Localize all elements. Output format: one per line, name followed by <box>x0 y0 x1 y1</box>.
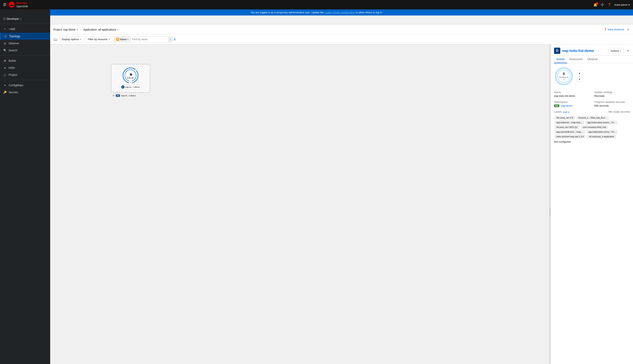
label-chip-8[interactable]: helm.sh/chart=eap-xp4-1.0.0 <box>554 135 586 138</box>
filter-name-arrow-icon: ▾ <box>128 38 128 40</box>
detail-body: 0 Scaling to 3 ▲ ▼ Name eap-todo-list-de… <box>551 63 633 150</box>
user-menu[interactable]: kube:admin ▾ <box>614 3 630 6</box>
context-label: Developer <box>7 17 19 20</box>
list-view-icon[interactable]: ≡ <box>626 27 630 32</box>
sidebar-divider-2 <box>0 80 50 80</box>
topology-node-group: ⎈ HELM ↗ ↻ D eap-to...t-demo <box>111 64 150 97</box>
edit-labels-btn[interactable]: Edit ✏ <box>563 111 570 114</box>
sidebar-item-observe[interactable]: ◎ Observe <box>0 40 50 47</box>
project-label: Project: eap-demo <box>53 28 76 31</box>
sidebar-item-label: Builds <box>8 59 16 62</box>
labels-chips: rht.comp_ver=4.0 rht.prod_n...=Red_Hat_R… <box>554 116 630 139</box>
label-chip-1[interactable]: rht.prod_n...=Red_Hat_Run... <box>576 116 608 120</box>
filter-name-label-btn[interactable]: 🔽 Name ▾ <box>114 37 131 42</box>
sidebar-item-topology[interactable]: ⬡ Topology <box>0 33 50 40</box>
node-refresh-icon[interactable]: ↻ <box>129 80 132 84</box>
sidebar-item-add[interactable]: ＋ +Add <box>0 25 50 33</box>
labels-section: Labels Edit ✏ Min ready seconds rht.comp… <box>554 110 630 143</box>
label-chip-6[interactable]: app.openshift.io/ru...=eap-... <box>554 130 585 134</box>
label-chip-7[interactable]: app.kubernetes.io/ma...=H... <box>586 130 617 134</box>
label-chip-4[interactable]: rht.prod_ver=2022-Q1 <box>554 126 580 129</box>
sidebar-item-helm[interactable]: ⎈ Helm <box>0 64 50 71</box>
namespace-link[interactable]: eap-demo <box>561 104 572 107</box>
progress-deadline-label: Progress deadline seconds <box>594 100 630 104</box>
tab-resources[interactable]: Resources <box>567 56 585 63</box>
filter-name-wrap: 🔽 Name ▾ / <box>114 36 173 42</box>
find-by-name-input[interactable] <box>130 37 168 42</box>
hamburger-menu[interactable]: ☰ <box>3 2 6 7</box>
redhat-logo-icon <box>8 2 15 8</box>
display-options-btn[interactable]: Display options ▾ <box>59 36 84 42</box>
namespace-value[interactable]: NS eap-demo <box>554 104 590 107</box>
view-shortcuts-btn[interactable]: ❓ View shortcuts <box>604 28 624 31</box>
sidebar-item-label: Topology <box>9 35 20 38</box>
filter-slash-btn[interactable]: / <box>168 37 172 42</box>
filter-icon: 🔽 <box>116 38 119 41</box>
topology-node: ⎈ HELM ↗ ↻ D eap-to...t-demo <box>114 68 146 89</box>
detail-close-btn[interactable]: ✕ <box>626 48 630 54</box>
oauth-config-link[interactable]: cluster OAuth configuration <box>324 11 355 14</box>
label-chip-5[interactable]: com.company=Red_Hat <box>581 126 608 129</box>
node-sub-label: eap-to...t-demo <box>121 94 136 97</box>
observe-nav-icon: ◎ <box>3 42 7 45</box>
topology-canvas[interactable]: ⎈ HELM ↗ ↻ D eap-to...t-demo <box>50 44 551 364</box>
notifications-icon[interactable]: 🔔 1 <box>594 3 597 7</box>
topology-nav-icon: ⬡ <box>4 35 7 38</box>
sidebar-item-project[interactable]: ◻ Project <box>0 71 50 78</box>
field-name-value: eap-todo-list-demo <box>554 94 590 97</box>
gear-small-icon: ⚙ <box>112 94 115 97</box>
sidebar-item-configmaps[interactable]: ≡ ConfigMaps <box>0 82 50 89</box>
sidebar-item-search[interactable]: 🔍 Search <box>0 47 50 54</box>
shortcuts-question-icon: ❓ <box>604 28 607 31</box>
sidebar-item-label: Project <box>8 73 17 76</box>
min-ready-label: Min ready seconds <box>608 110 630 113</box>
context-selector[interactable]: ⬡ Developer ▾ <box>0 16 50 24</box>
secrets-nav-icon: 🔑 <box>3 91 7 94</box>
update-strategy-label: Update strategy <box>594 91 630 94</box>
sidebar-item-label: Observe <box>8 42 19 45</box>
node-container[interactable]: ⎈ HELM ↗ ↻ D eap-to...t-demo <box>111 64 150 93</box>
node-external-link-icon[interactable]: ↗ <box>136 67 139 70</box>
book-icon[interactable]: 📖 <box>53 37 58 42</box>
field-namespace: Namespace NS eap-demo <box>554 100 590 107</box>
filter-resource-arrow-icon: ▾ <box>109 38 110 40</box>
brand-logo: Red Hat OpenShift <box>8 2 28 8</box>
add-icon[interactable]: ➕ <box>600 3 604 7</box>
filter-name-text: Name <box>120 38 127 41</box>
min-ready-value: Not configured <box>554 140 630 143</box>
scale-down-btn[interactable]: ▼ <box>577 76 582 82</box>
label-chip-2[interactable]: app.kubernet...=eap-todo... <box>554 121 584 124</box>
actions-btn[interactable]: Actions ▾ <box>608 48 624 54</box>
help-icon[interactable]: ❓ <box>608 3 612 7</box>
detail-panel: D eap-todo-list-demo Actions ▾ ✕ Details… <box>551 44 633 364</box>
helm-nav-icon: ⎈ <box>3 66 7 69</box>
project-arrow-icon: ▾ <box>77 28 78 30</box>
labels-header: Labels Edit ✏ Min ready seconds <box>554 110 630 114</box>
filter-by-resource-btn[interactable]: Filter by resource ▾ <box>85 36 112 42</box>
context-arrow-icon: ▾ <box>20 18 21 20</box>
tab-details[interactable]: Details <box>554 56 567 63</box>
scale-up-btn[interactable]: ▲ <box>577 70 582 76</box>
namespace-label: Namespace <box>554 100 590 104</box>
project-selector[interactable]: Project: eap-demo ▾ <box>53 28 78 31</box>
min-ready-value-row: Not configured <box>554 140 630 143</box>
label-chip-9[interactable]: rht.subcomp_t=application <box>587 135 616 138</box>
top-navbar: ☰ Red Hat OpenShift 🔔 1 ➕ ❓ kube:admin ▾ <box>0 0 633 10</box>
panel-resize-handle[interactable] <box>549 44 551 364</box>
label-chip-3[interactable]: app.kubernetes.io/vers...=4... <box>586 121 617 124</box>
app-selector[interactable]: Application: all applications ▾ <box>83 28 118 31</box>
context-icon: ⬡ <box>3 17 6 20</box>
filter-by-resource-label: Filter by resource <box>88 38 108 41</box>
sidebar-item-builds[interactable]: ⚙ Builds <box>0 57 50 64</box>
node-label-text: eap-to...t-demo <box>125 86 140 88</box>
label-chip-0[interactable]: rht.comp_ver=4.0 <box>554 116 575 120</box>
helm-logo: ⎈ HELM <box>127 72 134 79</box>
sidebar-item-label: Secrets <box>8 91 18 94</box>
sidebar-item-secrets[interactable]: 🔑 Secrets <box>0 89 50 96</box>
filter-info-icon[interactable]: ℹ <box>174 38 176 41</box>
node-circle[interactable]: ⎈ HELM ↗ ↻ <box>123 68 138 83</box>
sidebar-item-label: Search <box>8 49 17 52</box>
scaling-circle-text: 0 Scaling to 3 <box>559 72 569 81</box>
tab-observe[interactable]: Observe <box>585 56 600 63</box>
node-inner-circle: ⎈ HELM <box>125 70 136 81</box>
